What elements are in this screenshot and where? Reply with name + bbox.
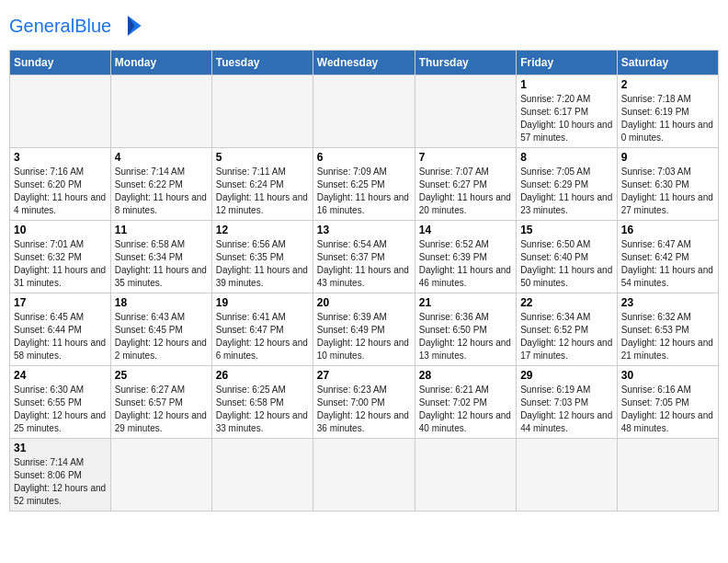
day-info: Sunrise: 6:23 AM Sunset: 7:00 PM Dayligh… <box>317 384 411 435</box>
day-number: 24 <box>14 369 107 382</box>
calendar-cell: 24Sunrise: 6:30 AM Sunset: 6:55 PM Dayli… <box>10 366 111 439</box>
calendar-week-row: 1Sunrise: 7:20 AM Sunset: 6:17 PM Daylig… <box>10 75 719 148</box>
calendar-cell: 27Sunrise: 6:23 AM Sunset: 7:00 PM Dayli… <box>313 366 415 439</box>
col-header-thursday: Thursday <box>415 51 516 75</box>
calendar-cell: 21Sunrise: 6:36 AM Sunset: 6:50 PM Dayli… <box>415 293 516 366</box>
day-number: 16 <box>621 224 714 236</box>
calendar-cell: 10Sunrise: 7:01 AM Sunset: 6:32 PM Dayli… <box>10 221 111 293</box>
calendar-cell: 18Sunrise: 6:43 AM Sunset: 6:45 PM Dayli… <box>110 293 211 366</box>
calendar-week-row: 24Sunrise: 6:30 AM Sunset: 6:55 PM Dayli… <box>10 366 719 439</box>
calendar-cell <box>517 439 618 511</box>
day-number: 8 <box>520 151 613 164</box>
calendar: SundayMondayTuesdayWednesdayThursdayFrid… <box>9 50 719 511</box>
calendar-cell: 6Sunrise: 7:09 AM Sunset: 6:25 PM Daylig… <box>313 148 415 221</box>
calendar-week-row: 17Sunrise: 6:45 AM Sunset: 6:44 PM Dayli… <box>10 293 719 366</box>
day-number: 1 <box>520 78 613 91</box>
day-number: 12 <box>216 224 309 236</box>
day-number: 18 <box>115 296 208 309</box>
calendar-cell <box>313 439 415 511</box>
day-info: Sunrise: 7:16 AM Sunset: 6:20 PM Dayligh… <box>14 166 107 217</box>
calendar-cell: 19Sunrise: 6:41 AM Sunset: 6:47 PM Dayli… <box>211 293 313 366</box>
calendar-cell: 2Sunrise: 7:18 AM Sunset: 6:19 PM Daylig… <box>617 75 718 148</box>
calendar-header-row: SundayMondayTuesdayWednesdayThursdayFrid… <box>10 51 719 75</box>
calendar-cell: 5Sunrise: 7:11 AM Sunset: 6:24 PM Daylig… <box>211 148 313 221</box>
day-number: 3 <box>14 151 107 164</box>
day-info: Sunrise: 6:58 AM Sunset: 6:34 PM Dayligh… <box>115 238 208 290</box>
day-info: Sunrise: 6:25 AM Sunset: 6:58 PM Dayligh… <box>216 384 309 435</box>
calendar-cell <box>211 75 313 148</box>
day-number: 27 <box>317 369 411 382</box>
calendar-cell: 11Sunrise: 6:58 AM Sunset: 6:34 PM Dayli… <box>110 221 211 293</box>
day-number: 4 <box>115 151 208 164</box>
day-number: 28 <box>419 369 512 382</box>
day-info: Sunrise: 6:34 AM Sunset: 6:52 PM Dayligh… <box>520 311 613 362</box>
calendar-cell: 26Sunrise: 6:25 AM Sunset: 6:58 PM Dayli… <box>211 366 313 439</box>
day-number: 21 <box>419 296 512 309</box>
calendar-cell: 31Sunrise: 7:14 AM Sunset: 8:06 PM Dayli… <box>10 439 111 511</box>
calendar-cell <box>110 75 211 148</box>
day-number: 19 <box>216 296 309 309</box>
day-info: Sunrise: 6:19 AM Sunset: 7:03 PM Dayligh… <box>520 384 613 435</box>
day-info: Sunrise: 7:11 AM Sunset: 6:24 PM Dayligh… <box>216 166 309 217</box>
day-number: 15 <box>520 224 613 236</box>
calendar-cell: 4Sunrise: 7:14 AM Sunset: 6:22 PM Daylig… <box>110 148 211 221</box>
calendar-cell: 23Sunrise: 6:32 AM Sunset: 6:53 PM Dayli… <box>617 293 718 366</box>
day-info: Sunrise: 6:43 AM Sunset: 6:45 PM Dayligh… <box>115 311 208 362</box>
day-info: Sunrise: 6:56 AM Sunset: 6:35 PM Dayligh… <box>216 238 309 290</box>
calendar-cell: 15Sunrise: 6:50 AM Sunset: 6:40 PM Dayli… <box>517 221 618 293</box>
day-info: Sunrise: 7:01 AM Sunset: 6:32 PM Dayligh… <box>14 238 107 290</box>
calendar-cell: 3Sunrise: 7:16 AM Sunset: 6:20 PM Daylig… <box>10 148 111 221</box>
col-header-wednesday: Wednesday <box>313 51 415 75</box>
calendar-cell <box>313 75 415 148</box>
day-number: 11 <box>115 224 208 236</box>
logo-text: GeneralBlue <box>9 16 111 37</box>
day-number: 20 <box>317 296 411 309</box>
calendar-cell: 12Sunrise: 6:56 AM Sunset: 6:35 PM Dayli… <box>211 221 313 293</box>
col-header-sunday: Sunday <box>10 51 111 75</box>
calendar-cell: 16Sunrise: 6:47 AM Sunset: 6:42 PM Dayli… <box>617 221 718 293</box>
day-number: 31 <box>14 442 107 454</box>
day-number: 5 <box>216 151 309 164</box>
day-info: Sunrise: 7:14 AM Sunset: 8:06 PM Dayligh… <box>14 456 107 508</box>
calendar-cell <box>10 75 111 148</box>
day-number: 26 <box>216 369 309 382</box>
day-info: Sunrise: 6:47 AM Sunset: 6:42 PM Dayligh… <box>621 238 714 290</box>
day-number: 2 <box>621 78 714 91</box>
calendar-week-row: 3Sunrise: 7:16 AM Sunset: 6:20 PM Daylig… <box>10 148 719 221</box>
day-info: Sunrise: 7:20 AM Sunset: 6:17 PM Dayligh… <box>520 93 613 144</box>
day-info: Sunrise: 7:05 AM Sunset: 6:29 PM Dayligh… <box>520 166 613 217</box>
calendar-cell: 13Sunrise: 6:54 AM Sunset: 6:37 PM Dayli… <box>313 221 415 293</box>
day-number: 17 <box>14 296 107 309</box>
logo-blue: Blue <box>74 16 111 36</box>
day-info: Sunrise: 6:21 AM Sunset: 7:02 PM Dayligh… <box>419 384 512 435</box>
calendar-cell: 8Sunrise: 7:05 AM Sunset: 6:29 PM Daylig… <box>517 148 618 221</box>
day-number: 25 <box>115 369 208 382</box>
col-header-friday: Friday <box>517 51 618 75</box>
calendar-cell: 7Sunrise: 7:07 AM Sunset: 6:27 PM Daylig… <box>415 148 516 221</box>
day-info: Sunrise: 7:09 AM Sunset: 6:25 PM Dayligh… <box>317 166 411 217</box>
day-number: 29 <box>520 369 613 382</box>
day-info: Sunrise: 6:32 AM Sunset: 6:53 PM Dayligh… <box>621 311 714 362</box>
calendar-cell: 30Sunrise: 6:16 AM Sunset: 7:05 PM Dayli… <box>617 366 718 439</box>
calendar-cell: 28Sunrise: 6:21 AM Sunset: 7:02 PM Dayli… <box>415 366 516 439</box>
logo: GeneralBlue <box>9 9 146 42</box>
calendar-cell: 9Sunrise: 7:03 AM Sunset: 6:30 PM Daylig… <box>617 148 718 221</box>
col-header-tuesday: Tuesday <box>211 51 313 75</box>
day-number: 6 <box>317 151 411 164</box>
calendar-cell <box>415 75 516 148</box>
col-header-monday: Monday <box>110 51 211 75</box>
day-info: Sunrise: 7:14 AM Sunset: 6:22 PM Dayligh… <box>115 166 208 217</box>
calendar-cell <box>211 439 313 511</box>
calendar-cell <box>110 439 211 511</box>
day-number: 13 <box>317 224 411 236</box>
calendar-cell: 20Sunrise: 6:39 AM Sunset: 6:49 PM Dayli… <box>313 293 415 366</box>
calendar-cell <box>415 439 516 511</box>
calendar-cell: 22Sunrise: 6:34 AM Sunset: 6:52 PM Dayli… <box>517 293 618 366</box>
day-info: Sunrise: 6:16 AM Sunset: 7:05 PM Dayligh… <box>621 384 714 435</box>
logo-icon <box>113 9 146 42</box>
day-number: 23 <box>621 296 714 309</box>
day-number: 10 <box>14 224 107 236</box>
calendar-cell: 17Sunrise: 6:45 AM Sunset: 6:44 PM Dayli… <box>10 293 111 366</box>
day-info: Sunrise: 7:18 AM Sunset: 6:19 PM Dayligh… <box>621 93 714 144</box>
calendar-week-row: 10Sunrise: 7:01 AM Sunset: 6:32 PM Dayli… <box>10 221 719 293</box>
